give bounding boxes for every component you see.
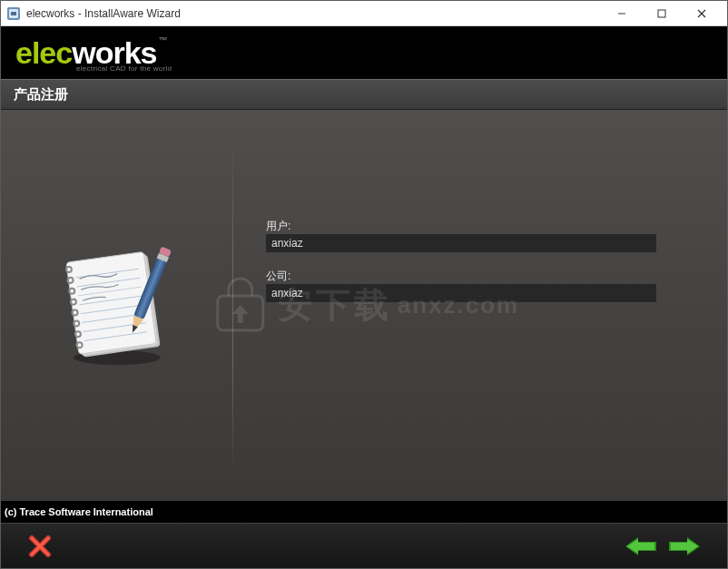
illustration-pane bbox=[1, 110, 232, 501]
footer-nav bbox=[1, 523, 727, 568]
copyright-text: (c) Trace Software International bbox=[5, 506, 153, 517]
app-icon bbox=[6, 6, 21, 21]
next-button[interactable] bbox=[667, 535, 702, 558]
logo-part1: elec bbox=[15, 35, 72, 70]
company-label: 公司: bbox=[266, 269, 691, 284]
copyright-band: (c) Trace Software International bbox=[1, 501, 727, 523]
svg-marker-35 bbox=[627, 539, 654, 554]
close-icon bbox=[697, 9, 706, 18]
installer-window: elecworks - InstallAware Wizard elecwork… bbox=[0, 0, 728, 569]
company-field-block: 公司: bbox=[266, 269, 691, 302]
svg-marker-37 bbox=[671, 539, 698, 554]
cancel-x-icon bbox=[28, 535, 52, 558]
title-bar: elecworks - InstallAware Wizard bbox=[1, 1, 727, 26]
logo-tagline: electrical CAD for the world bbox=[76, 64, 172, 73]
logo-tm: ™ bbox=[158, 35, 166, 45]
window-title: elecworks - InstallAware Wizard bbox=[26, 7, 602, 20]
svg-rect-2 bbox=[11, 12, 16, 15]
user-label: 用户: bbox=[266, 219, 691, 234]
minimize-icon bbox=[617, 9, 626, 18]
step-title: 产品注册 bbox=[14, 86, 68, 103]
maximize-button[interactable] bbox=[642, 2, 682, 25]
maximize-icon bbox=[657, 9, 666, 18]
logo-band: elecworks™ electrical CAD for the world bbox=[1, 26, 727, 79]
user-input[interactable] bbox=[266, 234, 656, 252]
cancel-button[interactable] bbox=[26, 533, 54, 560]
form-pane: 用户: 公司: bbox=[233, 110, 727, 501]
window-controls bbox=[602, 2, 722, 25]
close-button[interactable] bbox=[682, 2, 722, 25]
back-button[interactable] bbox=[624, 535, 658, 558]
user-field-block: 用户: bbox=[266, 219, 691, 252]
minimize-button[interactable] bbox=[602, 2, 642, 25]
main-panel: 用户: 公司: 安下载 anxz.com bbox=[1, 110, 727, 501]
arrow-right-icon bbox=[669, 537, 700, 555]
company-input[interactable] bbox=[266, 284, 656, 302]
notepad-pencil-icon bbox=[49, 238, 185, 374]
step-header: 产品注册 bbox=[1, 79, 727, 110]
arrow-left-icon bbox=[625, 537, 656, 555]
svg-rect-4 bbox=[658, 10, 665, 17]
